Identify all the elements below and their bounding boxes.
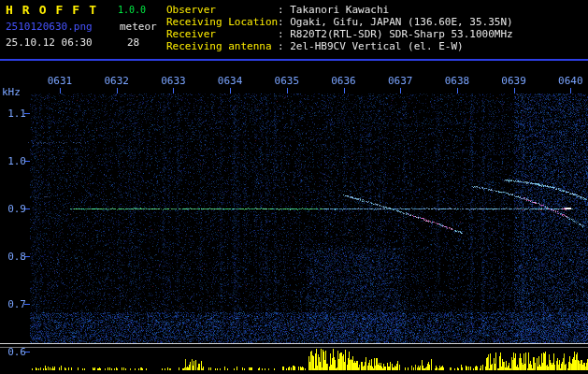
info-label: Receiver (166, 28, 278, 40)
info-row-antenna: Receiving antenna : 2el-HB9CV Vertical (… (166, 40, 513, 52)
hrofft-screen: HROFFT 1.0.0 2510120630.png meteor 25.10… (0, 0, 588, 374)
info-value: : R820T2(RTL-SDR) SDR-Sharp 53.1000MHz (278, 28, 513, 40)
info-label: Observer (166, 4, 278, 16)
info-label: Receiving Location (166, 16, 278, 28)
info-label: Receiving antenna (166, 40, 278, 52)
info-row-location: Receiving Location : Ogaki, Gifu, JAPAN … (166, 16, 513, 28)
info-value: : Takanori Kawachi (278, 4, 389, 16)
spectrogram-canvas (0, 0, 588, 374)
info-row-observer: Observer : Takanori Kawachi (166, 4, 513, 16)
info-value: : 2el-HB9CV Vertical (el. E-W) (278, 40, 464, 52)
info-row-receiver: Receiver : R820T2(RTL-SDR) SDR-Sharp 53.… (166, 28, 513, 40)
info-value: : Ogaki, Gifu, JAPAN (136.60E, 35.35N) (278, 16, 513, 28)
station-info: Observer : Takanori Kawachi Receiving Lo… (166, 4, 513, 52)
